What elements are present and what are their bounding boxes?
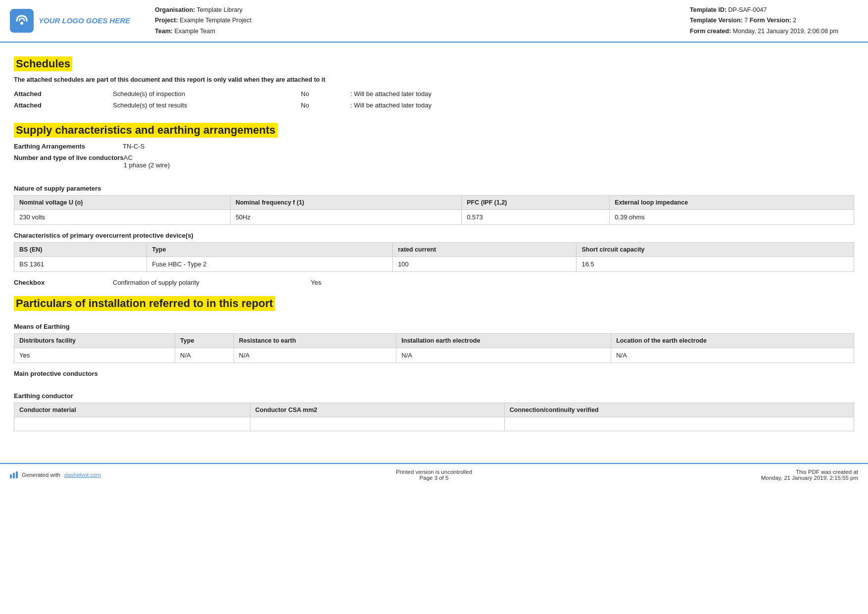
schedule-col4-1: : Will be attached later today [350,90,432,98]
schedule-col3-2: No [301,102,350,109]
earthing-th-3: Installation earth electrode [396,333,611,348]
earthing-conductor-heading: Earthing conductor [14,392,854,400]
logo-text: YOUR LOGO GOES HERE [39,16,130,25]
supply-section: Supply characteristics and earthing arra… [14,118,854,286]
generated-label: Generated with [22,472,60,478]
supply-table-header-row: Nominal voltage U (o) Nominal frequency … [14,195,854,209]
earthing-td-0-4: N/A [611,348,854,362]
earthing-td-0-0: Yes [14,348,175,362]
overcurrent-td-0-2: 100 [393,256,577,271]
supply-th-0: Nominal voltage U (o) [14,195,231,209]
supply-td-0-1: 50Hz [230,209,461,224]
conductor-td-empty-0 [14,417,250,431]
checkbox-desc: Confirmation of supply polarity [113,279,311,286]
dashpivot-link[interactable]: dashpivot.com [64,472,101,478]
logo-icon [10,9,34,33]
overcurrent-table: BS (EN) Type rated current Short circuit… [14,242,854,272]
template-id-value: DP-SAF-0047 [728,6,767,13]
form-created-label: Form created: [690,28,731,35]
supply-th-3: External loop impedance [610,195,854,209]
supply-th-1: Nominal frequency f (1) [230,195,461,209]
bar3 [16,471,18,478]
conductor-table: Conductor material Conductor CSA mm2 Con… [14,403,854,431]
earthing-td-0-3: N/A [396,348,611,362]
overcurrent-th-1: Type [147,242,393,256]
schedule-col1-1: Attached [14,90,113,98]
main-protective-heading: Main protective conductors [14,370,854,377]
schedule-col3-1: No [301,90,350,98]
project-label: Project: [155,17,178,24]
footer-pdf-created-label: This PDF was created at [710,469,858,475]
earthing-th-0: Distributors facility [14,333,175,348]
footer-logo-icon [10,471,18,478]
live-conductors-label: Number and type of live conductors [14,154,124,169]
nature-heading: Nature of supply parameters [14,185,854,192]
supply-table-row-0: 230 volts 50Hz 0.573 0.39 ohms [14,209,854,224]
conductor-th-0: Conductor material [14,403,250,417]
conductor-th-2: Connection/continuity verified [504,403,854,417]
team-value: Example Team [174,28,215,35]
earthing-table-row-0: Yes N/A N/A N/A N/A [14,348,854,362]
overcurrent-th-2: rated current [393,242,577,256]
conductor-table-empty-row [14,417,854,431]
form-version-label: Form Version: [750,17,791,24]
footer-right: This PDF was created at Monday, 21 Janua… [710,469,858,481]
schedule-col1-2: Attached [14,102,113,109]
main-content: Schedules The attached schedules are par… [0,43,868,448]
conductor-td-empty-2 [504,417,854,431]
bar2 [13,473,15,478]
footer-page-info: Page 3 of 5 [168,475,700,481]
overcurrent-table-header-row: BS (EN) Type rated current Short circuit… [14,242,854,256]
earthing-table-header-row: Distributors facility Type Resistance to… [14,333,854,348]
overcurrent-th-0: BS (EN) [14,242,147,256]
live-conductors-value: AC 1 phase (2 wire) [124,154,170,169]
schedules-subtitle: The attached schedules are part of this … [14,76,854,83]
page-footer: Generated with dashpivot.com Printed ver… [0,463,868,486]
conductor-th-1: Conductor CSA mm2 [250,403,504,417]
form-created-value: Monday, 21 January 2019, 2:06:08 pm [733,28,838,35]
earthing-td-0-1: N/A [175,348,234,362]
overcurrent-td-0-1: Fuse HBC - Type 2 [147,256,393,271]
footer-pdf-created-value: Monday, 21 January 2019, 2:15:55 pm [710,475,858,481]
supply-th-2: PFC (IPF (1,2) [462,195,610,209]
earthing-th-1: Type [175,333,234,348]
earthing-value: TN-C-S [123,143,145,150]
live-conductors-phase: 1 phase (2 wire) [124,161,170,169]
particulars-title: Particulars of installation referred to … [14,296,275,311]
schedules-title: Schedules [14,56,72,71]
overcurrent-th-3: Short circuit capacity [577,242,854,256]
org-value: Template Library [197,6,242,13]
logo-section: YOUR LOGO GOES HERE [10,5,130,37]
earthing-label: Earthing Arrangements [14,143,123,150]
schedule-col4-2: : Will be attached later today [350,102,432,109]
team-label: Team: [155,28,173,35]
supply-td-0-3: 0.39 ohms [610,209,854,224]
template-version-label: Template Version: [690,17,743,24]
template-version-value: 7 [744,17,748,24]
conductor-td-empty-1 [250,417,504,431]
checkbox-value: Yes [311,279,321,286]
earthing-arrangements-row: Earthing Arrangements TN-C-S [14,143,854,150]
schedule-row-1: Attached Schedule(s) of inspection No : … [14,90,854,98]
earthing-th-4: Location of the earth electrode [611,333,854,348]
header-meta-right: Template ID: DP-SAF-0047 Template Versio… [690,5,858,37]
schedule-row-2: Attached Schedule(s) of test results No … [14,102,854,109]
particulars-section: Particulars of installation referred to … [14,291,854,431]
earthing-table: Distributors facility Type Resistance to… [14,333,854,363]
schedules-section: Schedules The attached schedules are par… [14,51,854,109]
project-value: Example Template Project [180,17,251,24]
checkbox-label: Checkbox [14,279,113,286]
form-version-value: 2 [793,17,796,24]
means-of-earthing-heading: Means of Earthing [14,323,854,330]
overcurrent-heading: Characteristics of primary overcurrent p… [14,232,854,239]
supply-td-0-0: 230 volts [14,209,231,224]
svg-point-0 [20,22,23,25]
footer-center: Printed version is uncontrolled Page 3 o… [168,469,700,481]
template-id-label: Template ID: [690,6,726,13]
schedule-col2-2: Schedule(s) of test results [113,102,301,109]
live-conductors-row: Number and type of live conductors AC 1 … [14,154,854,169]
footer-uncontrolled: Printed version is uncontrolled [168,469,700,475]
earthing-td-0-2: N/A [234,348,396,362]
org-label: Organisation: [155,6,195,13]
overcurrent-table-row-0: BS 1361 Fuse HBC - Type 2 100 16.5 [14,256,854,271]
